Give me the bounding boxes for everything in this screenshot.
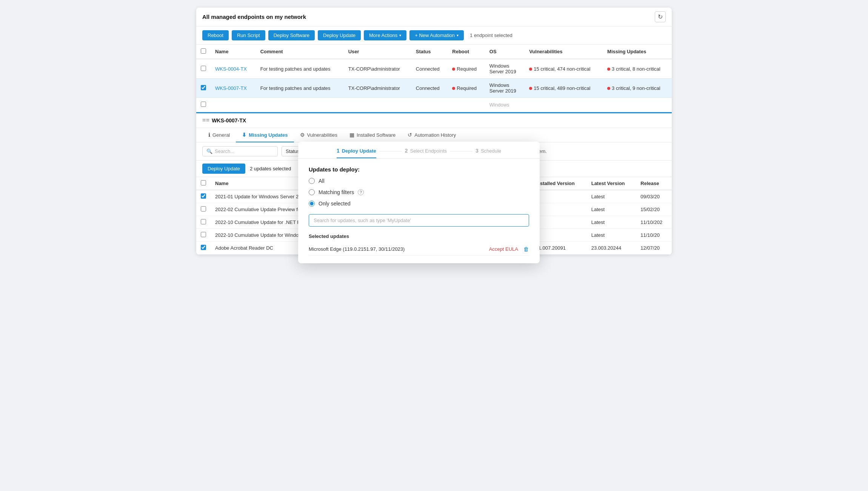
row3-user (344, 98, 411, 112)
detail-endpoint-name: WKS-0007-TX (212, 117, 246, 124)
tab-vulnerabilities[interactable]: ⚙ Vulnerabilities (294, 128, 343, 142)
endpoints-table-section: Name Comment User Status Reboot OS Vulne… (196, 45, 672, 112)
update4-latest: Latest (587, 229, 636, 242)
update2-checkbox[interactable] (201, 206, 206, 212)
row3-missing-updates (603, 98, 672, 112)
row1-name[interactable]: WKS-0004-TX (215, 66, 247, 72)
toolbar: Reboot Run Script Deploy Software Deploy… (196, 26, 672, 45)
accept-eula-button[interactable]: Accept EULA (489, 246, 518, 252)
update1-latest: Latest (587, 190, 636, 203)
row1-missing-updates: 3 critical, 8 non-critical (603, 59, 672, 79)
updates-select-all-checkbox[interactable] (201, 180, 206, 185)
refresh-icon[interactable]: ↻ (655, 11, 666, 22)
deploy-update-button[interactable]: Deploy Update (318, 30, 361, 40)
col-reboot: Reboot (448, 45, 485, 59)
updates-search-input[interactable] (215, 148, 274, 154)
row3-reboot (448, 98, 485, 112)
tab-missing-updates-label: Missing Updates (249, 132, 288, 138)
matching-help-icon[interactable]: ? (358, 189, 364, 195)
tab-missing-updates[interactable]: ⬇ Missing Updates (236, 128, 294, 142)
row2-user: TX-CORP\administrator (344, 79, 411, 98)
radio-selected[interactable]: Only selected (309, 201, 529, 207)
radio-matching[interactable]: Matching filters ? (309, 189, 529, 195)
drag-handle[interactable]: = = (202, 117, 209, 124)
update4-checkbox[interactable] (201, 232, 206, 237)
search-icon: 🔍 (206, 148, 212, 154)
modal-step-3[interactable]: 3 Schedule (476, 148, 501, 158)
tab-vulnerabilities-label: Vulnerabilities (307, 132, 337, 138)
row3-comment (256, 98, 344, 112)
radio-selected-label: Only selected (319, 201, 351, 207)
col-comment: Comment (256, 45, 344, 59)
step-divider-2 (450, 151, 472, 151)
update1-checkbox[interactable] (201, 193, 206, 199)
modal-step-1[interactable]: 1 Deploy Update (337, 148, 376, 158)
update4-release: 11/10/20 (636, 229, 672, 242)
row1-os: WindowsServer 2019 (485, 59, 525, 79)
new-automation-caret-icon: ▾ (457, 33, 459, 37)
updates-search-box[interactable]: 🔍 (202, 146, 278, 156)
update3-release: 11/10/202 (636, 216, 672, 229)
radio-selected-input[interactable] (309, 201, 315, 207)
more-actions-button[interactable]: More Actions ▾ (364, 30, 406, 40)
radio-matching-input[interactable] (309, 189, 315, 195)
select-all-checkbox[interactable] (201, 48, 206, 54)
run-script-button[interactable]: Run Script (232, 30, 265, 40)
endpoints-table: Name Comment User Status Reboot OS Vulne… (196, 45, 672, 112)
col-missing-updates: Missing Updates (603, 45, 672, 59)
row2-comment: For testing patches and updates (256, 79, 344, 98)
row1-status: Connected (411, 59, 448, 79)
table-row[interactable]: WKS-0007-TX For testing patches and upda… (196, 79, 672, 98)
radio-all-input[interactable] (309, 178, 315, 184)
col-os: OS (485, 45, 525, 59)
radio-all-label: All (319, 178, 325, 184)
update5-checkbox[interactable] (201, 245, 206, 250)
table-row[interactable]: WKS-0004-TX For testing patches and upda… (196, 59, 672, 79)
row2-checkbox[interactable] (201, 85, 206, 90)
step2-label: Select Endpoints (410, 148, 447, 154)
more-actions-caret-icon: ▾ (399, 33, 401, 37)
col-user: User (344, 45, 411, 59)
vulnerabilities-icon: ⚙ (300, 132, 305, 138)
tab-automation-history-label: Automation History (414, 132, 456, 138)
row3-name (211, 98, 256, 112)
row2-reboot: Required (448, 79, 485, 98)
missing-updates-icon: ⬇ (242, 132, 246, 138)
step2-num: 2 (405, 148, 408, 154)
reboot-button[interactable]: Reboot (202, 30, 229, 40)
modal-search-input[interactable] (309, 214, 529, 227)
row1-reboot: Required (448, 59, 485, 79)
col-name: Name (211, 45, 256, 59)
automation-history-icon: ↺ (408, 132, 412, 138)
table-row[interactable]: Windows (196, 98, 672, 112)
row3-checkbox[interactable] (201, 102, 206, 107)
step-divider-1 (379, 151, 402, 151)
more-actions-label: More Actions (369, 32, 397, 38)
step1-num: 1 (337, 148, 340, 154)
col-status: Status (411, 45, 448, 59)
radio-all[interactable]: All (309, 178, 529, 184)
updates-col-latest: Latest Version (587, 177, 636, 190)
row1-checkbox[interactable] (201, 66, 206, 71)
row1-vulnerabilities: 15 critical, 474 non-critical (525, 59, 603, 79)
row2-name[interactable]: WKS-0007-TX (215, 85, 247, 91)
tab-automation-history[interactable]: ↺ Automation History (402, 128, 462, 142)
new-automation-button[interactable]: + New Automation ▾ (409, 30, 464, 40)
row1-comment: For testing patches and updates (256, 59, 344, 79)
tab-installed-software[interactable]: ▦ Installed Software (343, 128, 402, 142)
step1-label: Deploy Update (342, 148, 376, 154)
updates-selected-count: 2 updates selected (250, 166, 291, 171)
deploy-software-button[interactable]: Deploy Software (268, 30, 315, 40)
modal-body: Updates to deploy: All Matching filters … (298, 159, 540, 262)
tab-installed-software-label: Installed Software (357, 132, 396, 138)
row3-status (411, 98, 448, 112)
panel-header: All managed endpoints on my network ↻ (196, 8, 672, 26)
row3-vulnerabilities (525, 98, 603, 112)
delete-update-icon[interactable]: 🗑 (523, 246, 529, 252)
row2-status: Connected (411, 79, 448, 98)
update3-latest: Latest (587, 216, 636, 229)
modal-step-2[interactable]: 2 Select Endpoints (405, 148, 447, 158)
update3-checkbox[interactable] (201, 219, 206, 224)
updates-deploy-button[interactable]: Deploy Update (202, 164, 245, 174)
tab-general[interactable]: ℹ General (202, 128, 236, 142)
